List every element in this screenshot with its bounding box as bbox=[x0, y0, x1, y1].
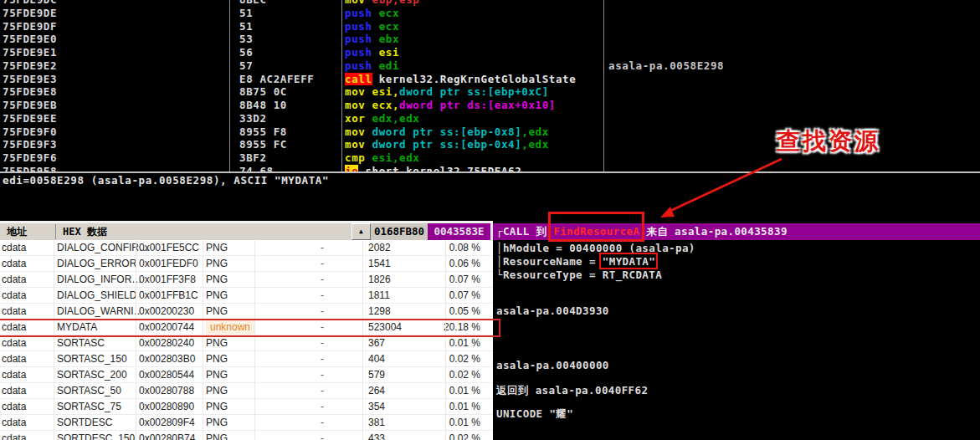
dump-header-hex-column: HEX 数据 bbox=[63, 223, 107, 240]
resource-size-cell: 2082 bbox=[368, 240, 391, 255]
resource-offset-cell: 0x00200230 bbox=[139, 304, 194, 319]
stack-value-cell[interactable]: 0043583E bbox=[428, 223, 490, 240]
address-cell: 75FDE9F3 bbox=[3, 138, 57, 151]
resource-row[interactable]: cdataDIALOG_SHIELD0x001FFB1CPNG-18110.07… bbox=[0, 288, 493, 304]
resource-percent-cell: 0.06 % bbox=[427, 256, 480, 271]
resource-type-cell: cdata bbox=[2, 304, 26, 319]
resource-filetype-cell: PNG bbox=[206, 240, 228, 255]
hex-bytes-cell: 57 bbox=[239, 59, 253, 72]
resource-row[interactable]: cdataDIALOG_ERROR0x001FEDF0PNG-15410.06 … bbox=[0, 256, 493, 272]
resource-offset-cell: 0x001FE5CC bbox=[139, 240, 199, 255]
up-triangle-icon: ▲ bbox=[359, 228, 363, 235]
call-line-suffix: 来自 asala-pa.00435839 bbox=[639, 225, 787, 238]
stack-line-module2[interactable]: asala-pa.00400000 bbox=[496, 359, 609, 372]
resource-filetype-cell: PNG bbox=[206, 351, 228, 366]
hex-bytes-cell: 8B48 10 bbox=[239, 99, 287, 111]
resource-row[interactable]: cdataDIALOG_CONFIR…0x001FE5CCPNG-20820.0… bbox=[0, 240, 493, 256]
hex-bytes-cell: 33D2 bbox=[239, 112, 267, 125]
resource-percent-cell: 0.01 % bbox=[427, 335, 480, 350]
column-separator bbox=[341, 0, 342, 172]
resources-table[interactable]: cdataDIALOG_CONFIR…0x001FE5CCPNG-20820.0… bbox=[0, 240, 493, 440]
resource-lang-cell: - bbox=[276, 383, 368, 398]
instruction-cell: mov ebp,esp bbox=[345, 0, 419, 6]
resource-row[interactable]: cdataSORTASC_1500x002803B0PNG-4040.02 % bbox=[0, 351, 493, 367]
hex-bytes-cell: 51 bbox=[239, 20, 253, 33]
resource-filetype-cell: PNG bbox=[206, 399, 228, 414]
resource-name-cell: DIALOG_WARNI… bbox=[57, 304, 144, 319]
resource-percent-cell: 0.02 % bbox=[427, 431, 480, 440]
column-separator bbox=[229, 0, 230, 172]
instruction-cell: push ecx bbox=[345, 7, 399, 19]
disasm-row[interactable]: 75FDE9E053push ebx bbox=[0, 33, 980, 46]
resource-lang-cell: - bbox=[276, 415, 368, 430]
resource-row[interactable]: cdataSORTASC_500x00280788PNG-2640.01 % bbox=[0, 383, 493, 399]
address-cell: 75FDE9DE bbox=[3, 7, 57, 19]
resource-type-cell: cdata bbox=[2, 240, 26, 255]
stack-call-line[interactable]: ┌CALL 到 FindResourceA 来自 asala-pa.004358… bbox=[493, 223, 980, 240]
resource-name-cell: DIALOG_SHIELD bbox=[57, 288, 136, 303]
address-cell: 75FDE9E2 bbox=[3, 59, 57, 72]
disasm-row[interactable]: 75FDE9E88B75 0Cmov esi,dword ptr ss:[ebp… bbox=[0, 85, 980, 99]
register-info-line: edi=0058E298 (asala-pa.0058E298), ASCII … bbox=[3, 174, 923, 187]
disasm-row[interactable]: 75FDE9DE51push ecx bbox=[0, 7, 980, 20]
resource-row[interactable]: cdataSORTASC_2000x00280544PNG-5790.02 % bbox=[0, 367, 493, 383]
resource-type-cell: cdata bbox=[2, 367, 26, 382]
resource-size-cell: 1541 bbox=[368, 256, 391, 271]
resource-percent-cell: 0.01 % bbox=[427, 399, 480, 414]
resource-type-cell: cdata bbox=[2, 351, 26, 366]
call-line-prefix: ┌CALL 到 bbox=[496, 225, 553, 238]
table-column-separator bbox=[445, 240, 446, 440]
resource-size-cell: 367 bbox=[368, 335, 385, 350]
stack-line-module1[interactable]: asala-pa.004D3930 bbox=[496, 304, 609, 318]
resource-row[interactable]: cdataSORTDESC0x002809F4PNG-3810.01 % bbox=[0, 415, 493, 431]
address-cell: 75FDE9EB bbox=[3, 99, 57, 111]
resource-filetype-cell: PNG bbox=[206, 288, 228, 303]
debugger-window: 75FDE9DC8BECmov ebp,esp75FDE9DE51push ec… bbox=[0, 0, 980, 440]
hex-bytes-cell: 8955 F8 bbox=[239, 125, 287, 138]
disasm-row[interactable]: 75FDE9EB8B48 10mov ecx,dword ptr ds:[eax… bbox=[0, 99, 980, 112]
stack-line-hmodule[interactable]: │hModule = 00400000 (asala-pa) bbox=[496, 242, 695, 255]
disasm-row[interactable]: 75FDE9E257push ediasala-pa.0058E298 bbox=[0, 59, 980, 73]
resource-filetype-cell: PNG bbox=[206, 367, 228, 382]
instruction-cell: push ebx bbox=[345, 33, 399, 45]
address-cell: 75FDE9DF bbox=[3, 20, 57, 33]
disasm-row[interactable]: 75FDE9DF51push ecx bbox=[0, 20, 980, 33]
resource-offset-cell: 0x00280544 bbox=[139, 367, 194, 382]
stack-line-resource-name[interactable]: │ResourceName = "MYDATA" bbox=[496, 255, 655, 269]
resource-name-cell: SORTASC_50 bbox=[57, 383, 121, 398]
resource-offset-cell: 0x002803B0 bbox=[139, 351, 195, 366]
resource-filetype-cell: PNG bbox=[206, 256, 228, 271]
resource-name-cell: SORTDESC_150 bbox=[57, 431, 135, 440]
resource-row[interactable]: cdataSORTDESC_1500x00280B74PNG-4330.02 % bbox=[0, 431, 493, 440]
resource-row[interactable]: cdataSORTASC_750x00280890PNG-3540.01 % bbox=[0, 399, 493, 415]
address-cell: 75FDE9F6 bbox=[3, 151, 57, 164]
disasm-row[interactable]: 75FDE9E3E8 AC2AFEFFcall kernel32.RegKrnG… bbox=[0, 73, 980, 86]
resource-lang-cell: - bbox=[276, 351, 368, 366]
instruction-cell: cmp esi,edx bbox=[345, 151, 419, 164]
resource-lang-cell: - bbox=[276, 240, 368, 255]
hex-bytes-cell: 8B75 0C bbox=[239, 85, 287, 98]
stack-address-cell[interactable]: 0168FB80 bbox=[371, 223, 428, 240]
instruction-cell: push edi bbox=[345, 59, 399, 72]
address-cell: 75FDE9F0 bbox=[3, 125, 57, 138]
disasm-row[interactable]: 75FDE9EE33D2xor edx,edx bbox=[0, 112, 980, 125]
resource-row[interactable]: cdataDIALOG_WARNI…0x00200230PNG-12980.05… bbox=[0, 304, 493, 320]
resource-lang-cell: - bbox=[276, 288, 368, 303]
resource-lang-cell: - bbox=[276, 335, 368, 350]
stack-line-resource-type[interactable]: └ResourceType = RT_RCDATA bbox=[496, 269, 662, 282]
mydata-row-highlight-box bbox=[0, 319, 500, 337]
stack-line-unicode[interactable]: UNICODE "耀" bbox=[496, 407, 573, 421]
hex-bytes-cell: E8 AC2AFEFF bbox=[239, 73, 314, 85]
hex-bytes-cell: 8BEC bbox=[239, 0, 267, 6]
resource-row[interactable]: cdataSORTASC0x00280240PNG-3670.01 % bbox=[0, 335, 493, 351]
table-column-separator bbox=[254, 240, 255, 440]
resource-name-label: │ResourceName = bbox=[496, 255, 603, 268]
stack-line-return-to[interactable]: 返回到 asala-pa.0040FF62 bbox=[496, 384, 648, 397]
resource-row[interactable]: cdataDIALOG_INFOR…0x001FF3F8PNG-18260.07… bbox=[0, 272, 493, 288]
disasm-row[interactable]: 75FDE9E156push esi bbox=[0, 46, 980, 59]
scroll-up-button[interactable]: ▲ bbox=[351, 223, 371, 240]
resource-percent-cell: 0.01 % bbox=[427, 383, 480, 398]
resource-percent-cell: 0.01 % bbox=[427, 415, 480, 430]
resource-offset-cell: 0x001FEDF0 bbox=[139, 256, 198, 271]
resource-lang-cell: - bbox=[276, 272, 368, 287]
